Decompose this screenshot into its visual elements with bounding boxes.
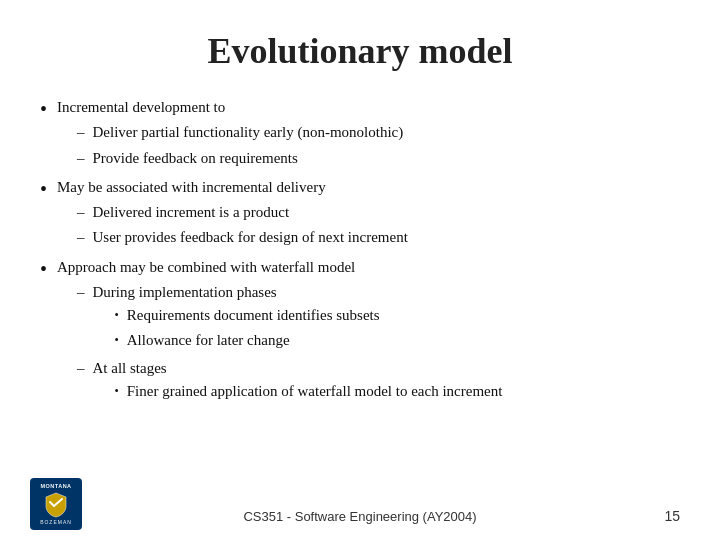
logo-text-montana: MONTANA [40,483,71,490]
bullet-1-text: Incremental development to – Deliver par… [57,96,680,172]
bullet-3-1: – During implementation phases • Require… [77,281,680,355]
bullet-3-2: – At all stages • Finer grained applicat… [77,357,680,406]
dash-icon: – [77,357,85,380]
bullet-2-subitems: – Delivered increment is a product – Use… [77,201,680,250]
footer: CS351 - Software Engineering (AY2004) [0,509,720,524]
dash-icon: – [77,147,85,170]
bullet-2-2: – User provides feedback for design of n… [77,226,680,249]
dash-icon: – [77,121,85,144]
page-number: 15 [664,508,680,524]
slide: Evolutionary model • Incremental develop… [0,0,720,540]
bullet-3-1-1: • Requirements document identifies subse… [115,304,380,327]
bullet-1-2: – Provide feedback on requirements [77,147,680,170]
bullet-1-1: – Deliver partial functionality early (n… [77,121,680,144]
bullet-3-2-subitems: • Finer grained application of waterfall… [115,380,503,403]
bullet-3-dot: • [40,254,47,285]
bullet-3-1-2: • Allowance for later change [115,329,380,352]
logo-text-bozeman: BOZEMAN [40,519,72,525]
bullet-2-text: May be associated with incremental deliv… [57,176,680,252]
bullet-1: • Incremental development to – Deliver p… [40,96,680,172]
slide-content: • Incremental development to – Deliver p… [40,96,680,407]
bullet-2-1: – Delivered increment is a product [77,201,680,224]
bullet-3-subitems: – During implementation phases • Require… [77,281,680,405]
dash-icon: – [77,201,85,224]
logo: MONTANA BOZEMAN [30,478,82,530]
logo-inner: MONTANA BOZEMAN [30,478,82,530]
bullet-3-2-1: • Finer grained application of waterfall… [115,380,503,403]
small-dot-icon: • [115,382,119,401]
bullet-3-1-text: During implementation phases • Requireme… [93,281,380,355]
bullet-3-2-text: At all stages • Finer grained applicatio… [93,357,503,406]
dash-icon: – [77,226,85,249]
dash-icon: – [77,281,85,304]
bullet-3-1-subitems: • Requirements document identifies subse… [115,304,380,353]
small-dot-icon: • [115,331,119,350]
bullet-2-dot: • [40,174,47,205]
bullet-1-dot: • [40,94,47,125]
logo-shield-icon [45,492,67,518]
slide-title: Evolutionary model [40,30,680,72]
bullet-3-text: Approach may be combined with waterfall … [57,256,680,408]
bullet-2: • May be associated with incremental del… [40,176,680,252]
bullet-3: • Approach may be combined with waterfal… [40,256,680,408]
small-dot-icon: • [115,306,119,325]
bullet-1-subitems: – Deliver partial functionality early (n… [77,121,680,170]
footer-text: CS351 - Software Engineering (AY2004) [243,509,476,524]
